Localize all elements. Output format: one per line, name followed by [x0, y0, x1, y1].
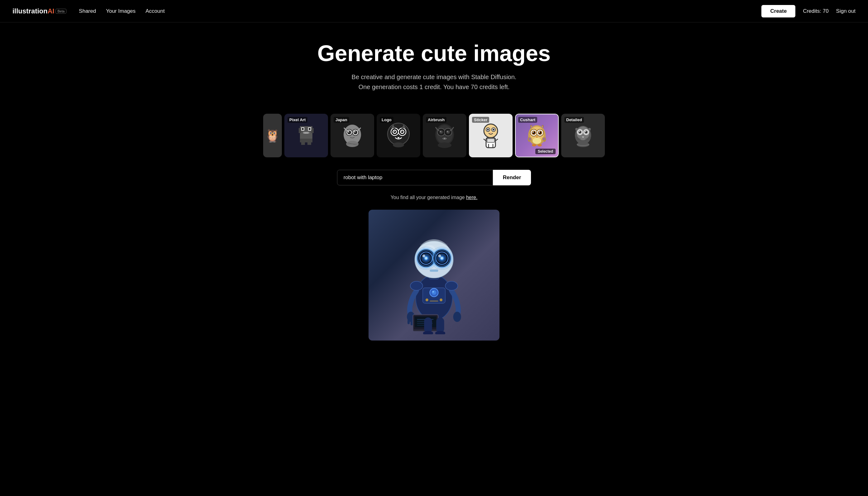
style-card-pixel-art[interactable]: Pixel Art [284, 114, 328, 157]
svg-rect-11 [307, 142, 311, 145]
style-label-cushart: Cushart [518, 117, 537, 123]
svg-rect-99 [411, 320, 413, 325]
style-label-logo: Logo [380, 117, 394, 123]
logo[interactable]: illustrationAIBeta [13, 7, 66, 15]
svg-point-141 [426, 298, 428, 301]
logo-beta-badge: Beta [56, 9, 66, 14]
svg-point-42 [440, 130, 443, 134]
style-card-sticker[interactable]: Sticker [469, 114, 513, 157]
sign-out-link[interactable]: Sign out [836, 8, 855, 14]
svg-point-84 [579, 131, 580, 132]
nav-your-images[interactable]: Your Images [106, 8, 136, 14]
nav-links: Shared Your Images Account [79, 8, 761, 14]
svg-rect-110 [436, 317, 444, 333]
svg-point-129 [425, 257, 427, 259]
svg-rect-9 [300, 139, 313, 142]
generated-link-text: You find all your generated image here. [0, 191, 868, 203]
svg-point-95 [432, 290, 436, 295]
svg-rect-8 [311, 128, 314, 133]
svg-point-142 [440, 298, 442, 301]
svg-rect-137 [430, 269, 438, 272]
prompt-area: Render [0, 164, 868, 191]
svg-rect-143 [430, 301, 438, 302]
svg-rect-4 [309, 128, 310, 130]
prompt-input[interactable] [337, 170, 493, 185]
style-label-pixel-art: Pixel Art [288, 117, 307, 123]
svg-rect-6 [304, 133, 308, 134]
render-button[interactable]: Render [493, 170, 531, 185]
svg-point-132 [438, 254, 441, 257]
svg-point-85 [585, 131, 586, 132]
svg-point-139 [410, 281, 423, 290]
svg-point-91 [577, 142, 589, 147]
credits-display: Credits: 70 [803, 8, 828, 14]
style-selector: 🦉 Pixel Art [0, 104, 868, 164]
style-card-logo[interactable]: Logo [377, 114, 420, 157]
result-image [368, 210, 500, 341]
svg-point-23 [387, 123, 409, 145]
selected-badge: Selected [535, 149, 555, 154]
svg-point-30 [394, 131, 395, 132]
svg-rect-7 [299, 128, 301, 133]
generated-here-link[interactable]: here. [466, 195, 477, 200]
generated-prefix: You find all your generated image [391, 195, 465, 200]
hero-subtitle-line2: One generation costs 1 credit. You have … [6, 82, 862, 92]
svg-point-73 [537, 144, 542, 146]
style-card-detailed[interactable]: Detailed [561, 114, 605, 157]
style-label-sticker: Sticker [472, 117, 489, 123]
result-image-container [0, 203, 868, 347]
logo-illustration-text: illustration [13, 7, 47, 15]
svg-point-72 [532, 144, 536, 146]
svg-point-31 [401, 131, 402, 132]
svg-point-17 [348, 131, 349, 133]
svg-point-18 [354, 131, 355, 133]
svg-point-48 [484, 124, 498, 138]
nav-right: Create Credits: 70 Sign out [761, 5, 855, 17]
style-card-japan[interactable]: Japan [331, 114, 374, 157]
svg-point-43 [446, 130, 450, 134]
style-label-airbrush: Airbrush [426, 117, 446, 123]
svg-point-44 [440, 131, 441, 132]
svg-point-140 [445, 281, 458, 290]
svg-point-101 [453, 312, 461, 322]
style-card-cushart[interactable]: Cushart Selected [515, 114, 559, 157]
svg-rect-98 [408, 320, 410, 324]
hero-title: Generate cute images [6, 41, 862, 66]
svg-point-71 [533, 138, 541, 144]
svg-point-52 [492, 129, 494, 130]
svg-rect-55 [487, 139, 494, 142]
style-label-detailed: Detailed [564, 117, 584, 123]
nav-shared[interactable]: Shared [79, 8, 96, 14]
svg-point-130 [441, 257, 443, 259]
svg-point-75 [543, 138, 545, 140]
svg-point-96 [432, 291, 434, 293]
svg-rect-3 [302, 128, 304, 130]
logo-ai-text: AI [47, 7, 54, 15]
nav-account[interactable]: Account [146, 8, 165, 14]
svg-point-45 [447, 131, 448, 132]
svg-point-47 [438, 142, 452, 148]
svg-point-69 [539, 131, 540, 133]
style-label-japan: Japan [334, 117, 349, 123]
style-card-airbrush[interactable]: Airbrush [423, 114, 467, 157]
svg-point-51 [487, 129, 489, 130]
style-card-0[interactable]: 🦉 [263, 114, 282, 157]
hero-section: Generate cute images Be creative and gen… [0, 22, 868, 104]
svg-point-131 [423, 254, 425, 257]
svg-rect-109 [424, 317, 432, 333]
navbar: illustrationAIBeta Shared Your Images Ac… [0, 0, 868, 22]
svg-rect-10 [301, 142, 305, 145]
svg-point-68 [533, 131, 534, 133]
svg-point-74 [529, 138, 531, 140]
create-button[interactable]: Create [761, 5, 795, 17]
svg-point-35 [393, 142, 404, 148]
hero-subtitle-line1: Be creative and generate cute images wit… [6, 72, 862, 82]
